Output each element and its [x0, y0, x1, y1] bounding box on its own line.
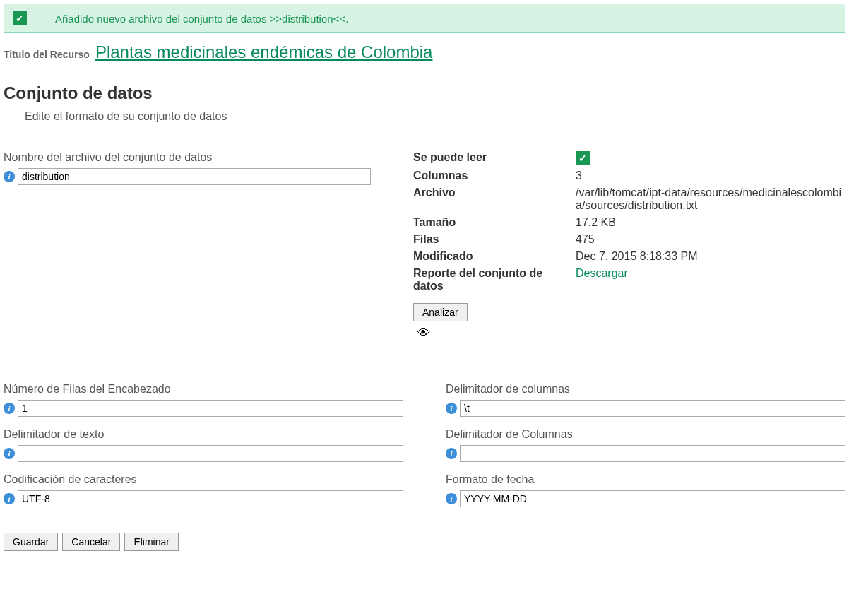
encoding-label: Codificación de caracteres	[4, 473, 403, 486]
resource-title-label: Titulo del Recurso	[4, 49, 90, 60]
filename-input[interactable]	[18, 168, 371, 185]
page-subtitle: Edite el formato de su conjunto de datos	[25, 110, 845, 123]
info-icon[interactable]: i	[446, 493, 457, 504]
file-value: /var/lib/tomcat/ipt-data/resources/medic…	[576, 186, 845, 212]
info-icon[interactable]: i	[446, 448, 457, 459]
save-button[interactable]: Guardar	[4, 533, 58, 551]
columns-label: Columnas	[413, 170, 576, 182]
header-rows-input[interactable]	[18, 400, 403, 417]
header-rows-label: Número de Filas del Encabezado	[4, 383, 403, 396]
encoding-input[interactable]	[18, 490, 403, 507]
modified-label: Modificado	[413, 250, 576, 263]
text-delimiter-label: Delimitador de texto	[4, 428, 403, 441]
download-link[interactable]: Descargar	[576, 267, 628, 279]
resource-title-link[interactable]: Plantas medicinales endémicas de Colombi…	[95, 42, 433, 62]
info-icon[interactable]: i	[4, 171, 15, 182]
delete-button[interactable]: Eliminar	[124, 533, 179, 551]
date-format-label: Formato de fecha	[446, 473, 845, 486]
info-icon[interactable]: i	[4, 403, 15, 414]
rows-label: Filas	[413, 233, 576, 246]
filename-label: Nombre del archivo del conjunto de datos	[4, 151, 371, 164]
column-delimiter2-label: Delimitador de Columnas	[446, 428, 845, 441]
alert-message: Añadido nuevo archivo del conjunto de da…	[55, 13, 348, 25]
analyze-button[interactable]: Analizar	[413, 303, 468, 321]
info-icon[interactable]: i	[4, 448, 15, 459]
readable-label: Se puede leer	[413, 151, 576, 164]
cancel-button[interactable]: Cancelar	[62, 533, 120, 551]
text-delimiter-input[interactable]	[18, 445, 403, 462]
rows-value: 475	[576, 233, 845, 246]
size-value: 17.2 KB	[576, 216, 845, 229]
column-delimiter2-input[interactable]	[460, 445, 845, 462]
info-icon[interactable]: i	[4, 493, 15, 504]
resource-title-row: Titulo del Recurso Plantas medicinales e…	[4, 39, 845, 69]
modified-value: Dec 7, 2015 8:18:33 PM	[576, 250, 845, 263]
check-icon: ✓	[13, 11, 27, 25]
column-delimiter-label: Delimitador de columnas	[446, 383, 845, 396]
column-delimiter-input[interactable]	[460, 400, 845, 417]
report-label: Reporte del conjunto de datos	[413, 267, 576, 292]
info-icon[interactable]: i	[446, 403, 457, 414]
page-heading: Conjunto de datos	[4, 83, 845, 103]
check-icon: ✓	[576, 151, 590, 165]
date-format-input[interactable]	[460, 490, 845, 507]
size-label: Tamaño	[413, 216, 576, 229]
eye-icon[interactable]: 👁	[417, 326, 430, 340]
success-alert: ✓ Añadido nuevo archivo del conjunto de …	[4, 4, 845, 33]
properties-table: Se puede leer ✓ Columnas 3 Archivo /var/…	[413, 151, 845, 292]
columns-value: 3	[576, 170, 845, 182]
file-label: Archivo	[413, 186, 576, 199]
